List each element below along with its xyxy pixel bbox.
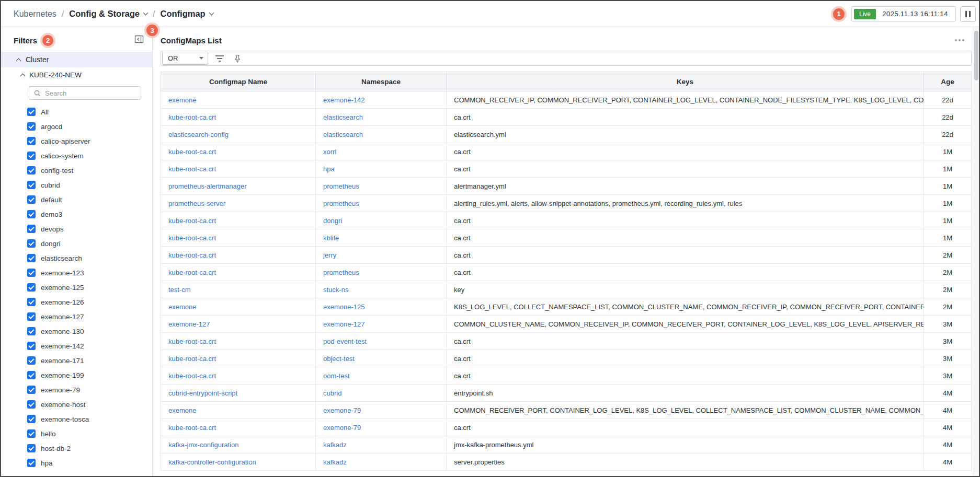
configmap-name-link[interactable]: exemone [161,298,316,316]
namespace-filter-item[interactable]: hpa [1,456,152,470]
checkbox-checked-icon[interactable] [27,386,36,394]
configmap-name-link[interactable]: kafka-jmx-configuration [161,436,316,453]
namespace-link[interactable]: object-test [316,350,447,367]
filter-icon[interactable] [213,52,226,65]
checkbox-checked-icon[interactable] [27,327,36,335]
namespace-filter-item[interactable]: exemone-171 [1,353,152,368]
namespace-filter-item[interactable]: calico-apiserver [1,134,152,148]
checkbox-checked-icon[interactable] [27,195,36,204]
more-options-icon[interactable] [955,39,964,41]
configmap-name-link[interactable]: test-cm [161,281,316,298]
checkbox-checked-icon[interactable] [27,444,36,452]
namespace-link[interactable]: jerry [316,247,447,264]
configmap-name-link[interactable]: exemone-127 [161,316,316,333]
checkbox-checked-icon[interactable] [27,283,36,292]
checkbox-checked-icon[interactable] [27,137,36,145]
namespace-filter-item[interactable]: exemone-199 [1,368,152,382]
namespace-filter-item[interactable]: config-test [1,163,152,178]
namespace-filter-item[interactable]: host-db-2 [1,441,152,456]
breadcrumb-config-storage-dropdown[interactable]: Config & Storage [69,9,147,19]
namespace-link[interactable]: kblife [316,229,447,247]
breadcrumb-kubernetes[interactable]: Kubernetes [14,9,56,19]
checkbox-checked-icon[interactable] [27,225,36,233]
configmap-name-link[interactable]: kube-root-ca.crt [161,350,316,367]
namespace-filter-item[interactable]: argocd [1,119,152,134]
namespace-filter-item[interactable]: demo3 [1,207,152,222]
namespace-link[interactable]: prometheus [316,264,447,281]
configmap-name-link[interactable]: prometheus-alertmanager [161,178,316,195]
namespace-link[interactable]: exemone-142 [316,91,447,109]
checkbox-checked-icon[interactable] [27,108,36,116]
configmap-name-link[interactable]: exemone [161,91,316,109]
namespace-link[interactable]: exemone-79 [316,402,447,419]
checkbox-checked-icon[interactable] [27,254,36,262]
configmap-name-link[interactable]: kube-root-ca.crt [161,160,316,178]
configmap-name-link[interactable]: cubrid-entrypoint-script [161,385,316,402]
namespace-link[interactable]: elasticsearch [316,126,447,143]
checkbox-checked-icon[interactable] [27,152,36,160]
namespace-filter-item[interactable]: dongri [1,236,152,251]
namespace-filter-item[interactable]: All [1,104,152,119]
checkbox-checked-icon[interactable] [27,181,36,189]
cluster-node-toggle[interactable]: KUBE-240-NEW [1,67,152,83]
configmap-name-link[interactable]: kube-root-ca.crt [161,333,316,350]
namespace-link[interactable]: oom-test [316,367,447,385]
namespace-filter-item[interactable]: exemone-130 [1,324,152,339]
checkbox-checked-icon[interactable] [27,415,36,423]
cluster-group-toggle[interactable]: Cluster [1,52,152,67]
configmap-name-link[interactable]: kube-root-ca.crt [161,247,316,264]
namespace-link[interactable]: kafkadz [316,436,447,453]
namespace-link[interactable]: prometheus [316,195,447,212]
namespace-link[interactable]: prometheus [316,178,447,195]
namespace-filter-item[interactable]: devops [1,222,152,236]
namespace-link[interactable]: cubrid [316,385,447,402]
configmap-name-link[interactable]: exemone [161,402,316,419]
checkbox-checked-icon[interactable] [27,122,36,131]
namespace-filter-item[interactable]: cubrid [1,178,152,192]
checkbox-checked-icon[interactable] [27,210,36,218]
namespace-link[interactable]: stuck-ns [316,281,447,298]
namespace-filter-item[interactable]: exemone-127 [1,309,152,324]
checkbox-checked-icon[interactable] [27,400,36,409]
configmap-name-link[interactable]: kube-root-ca.crt [161,229,316,247]
namespace-filter-item[interactable]: hello [1,426,152,441]
namespace-link[interactable]: elasticsearch [316,109,447,126]
namespace-link[interactable]: exemone-79 [316,419,447,436]
namespace-filter-item[interactable]: exemone-125 [1,280,152,295]
configmap-name-link[interactable]: kube-root-ca.crt [161,109,316,126]
namespace-filter-item[interactable]: exemone-142 [1,339,152,353]
collapse-panel-icon[interactable] [133,33,145,45]
namespace-link[interactable]: hpa [316,160,447,178]
checkbox-checked-icon[interactable] [27,459,36,467]
namespace-link[interactable]: kafkadz [316,453,447,471]
namespace-link[interactable]: exemone-125 [316,298,447,316]
pin-icon[interactable] [231,52,244,65]
namespace-filter-item[interactable]: exemone-123 [1,265,152,280]
configmap-name-link[interactable]: elasticsearch-config [161,126,316,143]
configmap-name-link[interactable]: prometheus-server [161,195,316,212]
checkbox-checked-icon[interactable] [27,342,36,350]
configmap-name-link[interactable]: kube-root-ca.crt [161,264,316,281]
checkbox-checked-icon[interactable] [27,166,36,174]
namespace-link[interactable]: dongri [316,212,447,229]
namespace-link[interactable]: pod-event-test [316,333,447,350]
namespace-filter-item[interactable]: exemone-host [1,397,152,412]
breadcrumb-configmap-dropdown[interactable]: Configmap [161,9,213,19]
namespace-filter-item[interactable]: exemone-79 [1,382,152,397]
checkbox-checked-icon[interactable] [27,312,36,321]
namespace-link[interactable]: exemone-127 [316,316,447,333]
checkbox-checked-icon[interactable] [27,239,36,248]
namespace-filter-item[interactable]: default [1,192,152,207]
checkbox-checked-icon[interactable] [27,269,36,277]
namespace-filter-item[interactable]: exemone-tosca [1,412,152,426]
namespace-filter-item[interactable]: elasticsearch [1,251,152,265]
pause-button[interactable] [960,6,976,22]
namespace-filter-item[interactable]: exemone-126 [1,295,152,309]
filter-operator-select[interactable]: OR [162,52,208,65]
configmap-name-link[interactable]: kube-root-ca.crt [161,212,316,229]
namespace-search-input[interactable] [45,89,136,97]
checkbox-checked-icon[interactable] [27,356,36,365]
namespace-filter-item[interactable]: calico-system [1,148,152,163]
checkbox-checked-icon[interactable] [27,298,36,306]
checkbox-checked-icon[interactable] [27,371,36,379]
